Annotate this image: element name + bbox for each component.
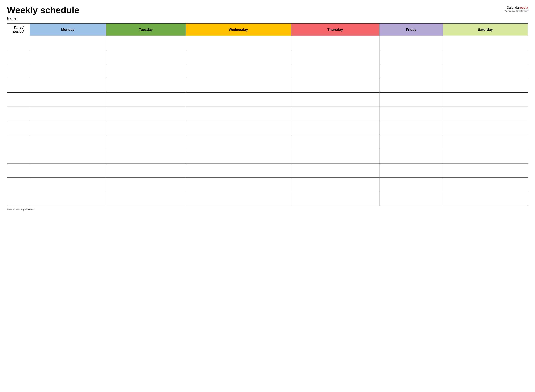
- schedule-cell[interactable]: [379, 121, 443, 135]
- schedule-cell[interactable]: [443, 178, 528, 192]
- schedule-cell[interactable]: [186, 163, 291, 178]
- page-container: Weekly schedule Calendarpedia Your sourc…: [7, 5, 528, 210]
- schedule-cell[interactable]: [291, 149, 379, 163]
- schedule-cell[interactable]: [30, 178, 106, 192]
- schedule-cell[interactable]: [106, 36, 186, 50]
- schedule-cell[interactable]: [291, 135, 379, 149]
- header-row: Weekly schedule Calendarpedia Your sourc…: [7, 5, 528, 15]
- time-cell[interactable]: [7, 135, 30, 149]
- table-row: [7, 50, 528, 64]
- schedule-cell[interactable]: [291, 121, 379, 135]
- table-row: [7, 36, 528, 50]
- schedule-cell[interactable]: [379, 149, 443, 163]
- col-header-tuesday: Tuesday: [106, 23, 186, 36]
- schedule-cell[interactable]: [30, 64, 106, 78]
- schedule-cell[interactable]: [379, 64, 443, 78]
- time-cell[interactable]: [7, 50, 30, 64]
- time-cell[interactable]: [7, 178, 30, 192]
- schedule-cell[interactable]: [443, 135, 528, 149]
- schedule-cell[interactable]: [291, 163, 379, 178]
- schedule-cell[interactable]: [379, 163, 443, 178]
- schedule-cell[interactable]: [443, 78, 528, 93]
- time-cell[interactable]: [7, 93, 30, 107]
- schedule-cell[interactable]: [106, 178, 186, 192]
- schedule-cell[interactable]: [291, 36, 379, 50]
- table-row: [7, 121, 528, 135]
- time-cell[interactable]: [7, 36, 30, 50]
- schedule-cell[interactable]: [186, 50, 291, 64]
- schedule-cell[interactable]: [186, 36, 291, 50]
- schedule-cell[interactable]: [106, 64, 186, 78]
- schedule-cell[interactable]: [30, 93, 106, 107]
- schedule-cell[interactable]: [106, 121, 186, 135]
- table-row: [7, 163, 528, 178]
- schedule-cell[interactable]: [106, 78, 186, 93]
- schedule-cell[interactable]: [379, 78, 443, 93]
- schedule-cell[interactable]: [30, 163, 106, 178]
- schedule-cell[interactable]: [443, 107, 528, 121]
- schedule-cell[interactable]: [30, 50, 106, 64]
- schedule-cell[interactable]: [379, 192, 443, 206]
- schedule-cell[interactable]: [106, 135, 186, 149]
- schedule-cell[interactable]: [106, 149, 186, 163]
- logo-pedia-text: pedia: [520, 6, 528, 9]
- time-cell[interactable]: [7, 64, 30, 78]
- schedule-cell[interactable]: [186, 121, 291, 135]
- time-cell[interactable]: [7, 163, 30, 178]
- schedule-cell[interactable]: [30, 107, 106, 121]
- time-cell[interactable]: [7, 192, 30, 206]
- schedule-cell[interactable]: [291, 78, 379, 93]
- schedule-cell[interactable]: [291, 192, 379, 206]
- schedule-cell[interactable]: [291, 64, 379, 78]
- schedule-cell[interactable]: [443, 50, 528, 64]
- schedule-cell[interactable]: [379, 36, 443, 50]
- schedule-cell[interactable]: [443, 163, 528, 178]
- time-cell[interactable]: [7, 107, 30, 121]
- schedule-cell[interactable]: [291, 93, 379, 107]
- schedule-cell[interactable]: [443, 149, 528, 163]
- schedule-cell[interactable]: [186, 178, 291, 192]
- schedule-cell[interactable]: [443, 64, 528, 78]
- schedule-cell[interactable]: [379, 107, 443, 121]
- table-row: [7, 93, 528, 107]
- schedule-cell[interactable]: [186, 93, 291, 107]
- name-row: Name:: [7, 16, 528, 20]
- time-cell[interactable]: [7, 78, 30, 93]
- schedule-cell[interactable]: [30, 135, 106, 149]
- col-header-time: Time / period: [7, 23, 30, 36]
- schedule-cell[interactable]: [186, 78, 291, 93]
- schedule-cell[interactable]: [186, 149, 291, 163]
- schedule-cell[interactable]: [443, 192, 528, 206]
- col-header-thursday: Thursday: [291, 23, 379, 36]
- logo-text: Calendarpedia: [505, 6, 528, 9]
- schedule-cell[interactable]: [186, 192, 291, 206]
- logo-tagline: Your source for calendars: [505, 10, 528, 12]
- schedule-cell[interactable]: [186, 64, 291, 78]
- time-cell[interactable]: [7, 149, 30, 163]
- schedule-cell[interactable]: [106, 192, 186, 206]
- footer: © www.calendarpedia.com: [7, 208, 528, 210]
- schedule-cell[interactable]: [30, 78, 106, 93]
- schedule-cell[interactable]: [186, 107, 291, 121]
- schedule-cell[interactable]: [106, 163, 186, 178]
- schedule-cell[interactable]: [379, 50, 443, 64]
- schedule-cell[interactable]: [30, 36, 106, 50]
- schedule-cell[interactable]: [186, 135, 291, 149]
- schedule-cell[interactable]: [379, 135, 443, 149]
- time-cell[interactable]: [7, 121, 30, 135]
- schedule-cell[interactable]: [30, 192, 106, 206]
- schedule-cell[interactable]: [443, 121, 528, 135]
- schedule-cell[interactable]: [106, 93, 186, 107]
- schedule-cell[interactable]: [291, 50, 379, 64]
- schedule-cell[interactable]: [379, 93, 443, 107]
- schedule-cell[interactable]: [106, 107, 186, 121]
- schedule-cell[interactable]: [30, 149, 106, 163]
- schedule-cell[interactable]: [379, 178, 443, 192]
- schedule-cell[interactable]: [106, 50, 186, 64]
- schedule-cell[interactable]: [291, 107, 379, 121]
- schedule-cell[interactable]: [443, 36, 528, 50]
- schedule-cell[interactable]: [30, 121, 106, 135]
- schedule-cell[interactable]: [443, 93, 528, 107]
- schedule-cell[interactable]: [291, 178, 379, 192]
- col-header-wednesday: Wednesday: [186, 23, 291, 36]
